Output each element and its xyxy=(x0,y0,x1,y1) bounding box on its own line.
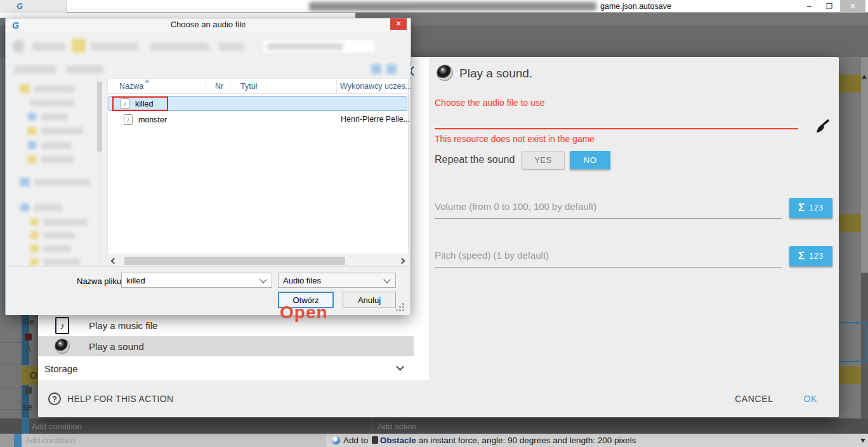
focused-event-outline xyxy=(838,322,867,362)
action-item-label: Play a sound xyxy=(89,341,144,352)
speaker-icon xyxy=(55,339,70,354)
chevron-down-icon xyxy=(383,276,390,283)
filename-combobox[interactable]: killed xyxy=(121,273,272,288)
redacted-organize-button xyxy=(15,65,56,74)
resize-grip[interactable] xyxy=(402,303,404,305)
group-storage[interactable]: Storage xyxy=(38,358,429,379)
scroll-up-icon[interactable] xyxy=(862,75,867,79)
selected-event-highlight xyxy=(838,75,861,93)
add-condition-link[interactable]: Add condition xyxy=(25,436,76,445)
gdevelop-logo-icon: G xyxy=(16,1,23,12)
redacted-view-icon xyxy=(371,64,381,74)
action-prefix: Add to xyxy=(343,436,371,445)
action-item-play-music[interactable]: ♪ Play a music file xyxy=(38,315,429,335)
chevron-down-icon xyxy=(396,363,404,371)
music-note-icon: ♪ xyxy=(55,317,69,334)
redacted-breadcrumb xyxy=(91,42,139,51)
event-text-fragment: se xyxy=(23,402,32,412)
column-header-artists[interactable]: Wykonawcy uczes... xyxy=(340,82,412,91)
event-sheet-scrollbar[interactable] xyxy=(861,57,868,273)
volume-expression-button[interactable]: Σ 123 xyxy=(789,198,832,218)
redacted-breadcrumb xyxy=(219,42,244,51)
file-dialog-titlebar: G Choose an audio file ✕ xyxy=(6,18,411,32)
event-text-fragment: Re xyxy=(23,317,34,327)
column-separator[interactable] xyxy=(336,79,337,94)
repeat-yes-button[interactable]: YES xyxy=(522,151,565,169)
file-chooser-dialog: G Choose an audio file ✕ xyxy=(5,18,411,315)
file-dialog-close-button[interactable]: ✕ xyxy=(390,18,407,30)
cancel-button[interactable]: CANCEL xyxy=(735,394,773,404)
condition-column-strip xyxy=(14,434,22,447)
action-title: Play a sound. xyxy=(459,67,532,81)
event-sheet-right-column xyxy=(839,57,861,418)
restore-button[interactable]: ❐ xyxy=(821,0,838,13)
event-row: Add condition Add to Obstacle an instant… xyxy=(0,434,868,447)
action-item-play-sound[interactable]: Play a sound xyxy=(38,336,429,356)
close-button[interactable]: ✕ xyxy=(840,0,865,13)
audio-file-icon: ♪ xyxy=(124,114,133,125)
column-header-title[interactable]: Tytuł xyxy=(240,82,257,91)
redacted-nav-button xyxy=(12,40,25,53)
file-dialog-footer: Nazwa pliku: killed Audio files Otwórz A… xyxy=(6,266,411,315)
file-list-hscrollbar[interactable] xyxy=(107,256,409,266)
column-header-name[interactable]: Nazwa xyxy=(119,82,143,91)
pitch-expression-button[interactable]: Σ 123 xyxy=(789,246,832,266)
obstacle-object-icon xyxy=(372,436,378,444)
column-separator[interactable] xyxy=(230,79,230,94)
redacted-search-text xyxy=(267,43,343,50)
force-action-icon xyxy=(332,436,340,444)
scroll-right-icon[interactable] xyxy=(399,258,405,264)
brush-edit-icon[interactable] xyxy=(811,118,830,139)
file-param-input[interactable] xyxy=(435,128,798,129)
event-action-text[interactable]: Add to Obstacle an instant force, angle:… xyxy=(343,436,636,445)
file-param-label: Choose the audio file to use xyxy=(435,98,545,108)
event-margin xyxy=(0,434,14,447)
repeat-no-button[interactable]: NO xyxy=(570,151,610,169)
redacted-breadcrumb xyxy=(32,42,65,51)
scroll-left-icon[interactable] xyxy=(111,258,117,264)
file-dialog-title: Choose an audio file xyxy=(6,20,411,29)
event-margin-tick xyxy=(0,365,22,365)
annotation-highlight-box xyxy=(112,96,168,111)
action-list-scrollbar[interactable] xyxy=(414,57,429,380)
volume-param-input[interactable] xyxy=(435,218,782,219)
condition-column-strip xyxy=(22,418,29,434)
event-margin-tick xyxy=(0,342,22,343)
redacted-command-bar xyxy=(6,62,411,78)
volume-param-label: Volume (from 0 to 100, 100 by default) xyxy=(435,201,596,212)
column-separator[interactable] xyxy=(206,79,206,94)
event-margin-tick xyxy=(0,387,22,387)
event-mini-icon xyxy=(25,334,32,340)
chevron-down-icon xyxy=(260,276,266,283)
ok-button[interactable]: OK xyxy=(804,394,817,404)
expression-123-label: 123 xyxy=(809,204,824,212)
add-action-link[interactable]: Add action xyxy=(378,422,416,431)
pitch-param-input[interactable] xyxy=(435,267,782,268)
tree-scrollbar-thumb[interactable] xyxy=(97,82,102,152)
help-link[interactable]: HELP FOR THIS ACTION xyxy=(67,394,173,404)
pitch-param-label: Pitch (speed) (1 by default) xyxy=(435,250,549,261)
file-param-error: This resource does not exist in the game xyxy=(435,134,595,144)
add-condition-link[interactable]: Add condition xyxy=(32,422,82,431)
scroll-down-icon[interactable] xyxy=(860,439,865,443)
column-header-nr[interactable]: Nr xyxy=(215,82,223,91)
sigma-icon: Σ xyxy=(798,250,805,262)
event-text-fragment: A xyxy=(25,344,31,354)
filename-label: Nazwa pliku: xyxy=(77,276,124,286)
action-suffix: an instant force, angle: 90 degrees and … xyxy=(416,436,636,445)
action-parameters-panel: Play a sound. Choose the audio file to u… xyxy=(429,57,839,380)
menubar-strip xyxy=(0,13,355,18)
file-row-monster[interactable]: ♪ monster Henri-Pierre Pelle... xyxy=(109,112,407,127)
minimize-button[interactable]: – xyxy=(801,0,817,13)
hscrollbar-thumb[interactable] xyxy=(124,257,345,265)
event-mini-icon xyxy=(25,387,32,394)
cancel-button[interactable]: Anuluj xyxy=(343,292,396,308)
redacted-address-toolbar xyxy=(6,32,411,62)
redacted-folder-icon xyxy=(72,39,86,53)
dialog-footer: ? HELP FOR THIS ACTION CANCEL OK xyxy=(38,380,839,417)
selected-event-highlight xyxy=(838,366,861,384)
filetype-combobox[interactable]: Audio files xyxy=(278,273,396,288)
sort-ascending-icon xyxy=(145,79,150,82)
selected-event-highlight xyxy=(838,214,861,232)
help-icon[interactable]: ? xyxy=(48,392,61,405)
